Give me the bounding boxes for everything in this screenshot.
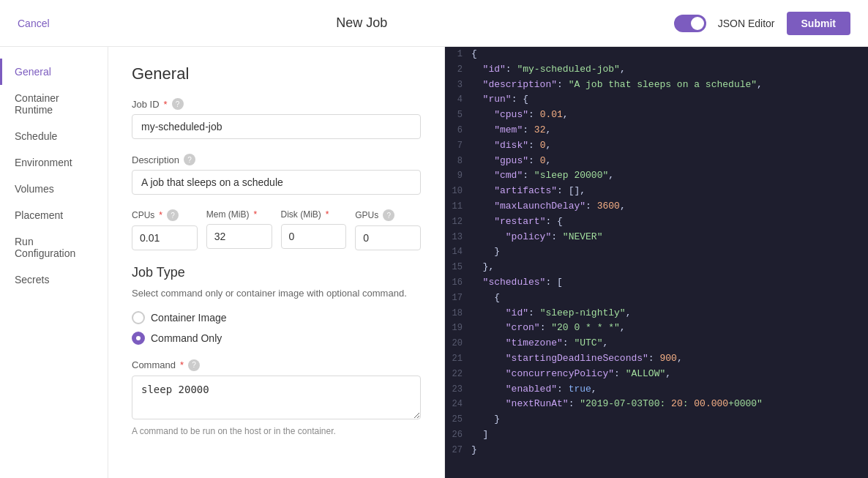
cancel-button[interactable]: Cancel xyxy=(18,18,50,29)
job-id-label: Job ID * ? xyxy=(132,98,421,110)
json-line: 19 "cron": "20 0 * * *", xyxy=(445,321,868,336)
cpus-input[interactable] xyxy=(132,225,198,250)
disk-input[interactable] xyxy=(281,224,347,249)
json-line: 3 "description": "A job that sleeps on a… xyxy=(445,78,868,93)
json-line: 18 "id": "sleep-nightly", xyxy=(445,306,868,321)
json-line: 27} xyxy=(445,443,868,458)
mem-input[interactable] xyxy=(206,224,272,249)
description-label: Description ? xyxy=(132,154,421,165)
json-line: 11 "maxLaunchDelay": 3600, xyxy=(445,199,868,214)
json-line: 22 "concurrencyPolicy": "ALLOW", xyxy=(445,367,868,382)
resources-row: CPUs * ? Mem (MiB) * Disk (MiB) * xyxy=(132,209,421,250)
cpus-help-icon[interactable]: ? xyxy=(167,209,179,221)
disk-field: Disk (MiB) * xyxy=(281,209,347,250)
radio-circle-container xyxy=(132,311,145,324)
section-title: General xyxy=(132,64,421,83)
mem-label: Mem (MiB) * xyxy=(206,209,272,220)
cpus-field: CPUs * ? xyxy=(132,209,198,250)
json-line: 7 "disk": 0, xyxy=(445,138,868,154)
json-line: 25 } xyxy=(445,412,868,427)
command-label: Command * ? xyxy=(132,359,421,371)
json-line: 6 "mem": 32, xyxy=(445,123,868,138)
command-group: Command * ? sleep 20000 A command to be … xyxy=(132,359,421,436)
sidebar-item-placement[interactable]: Placement xyxy=(0,202,108,228)
json-line: 21 "startingDeadlineSeconds": 900, xyxy=(445,351,868,367)
radio-circle-command xyxy=(132,332,145,345)
sidebar-item-secrets[interactable]: Secrets xyxy=(0,266,108,293)
description-group: Description ? xyxy=(132,154,421,195)
sidebar-item-volumes[interactable]: Volumes xyxy=(0,176,108,202)
json-line: 26 ] xyxy=(445,427,868,443)
radio-container-image[interactable]: Container Image xyxy=(132,311,421,324)
gpus-input[interactable] xyxy=(355,225,421,250)
submit-button[interactable]: Submit xyxy=(787,12,850,35)
description-input[interactable] xyxy=(132,170,421,195)
required-star: * xyxy=(164,99,168,110)
json-line: 20 "timezone": "UTC", xyxy=(445,336,868,351)
json-line: 2 "id": "my-scheduled-job", xyxy=(445,62,868,78)
sidebar-item-run-configuration[interactable]: Run Configuration xyxy=(0,228,108,266)
json-line: 15 }, xyxy=(445,260,868,275)
json-line: 17 { xyxy=(445,291,868,306)
command-hint: A command to be run on the host or in th… xyxy=(132,426,421,436)
json-line: 8 "gpus": 0, xyxy=(445,154,868,169)
main-layout: General Container Runtime Schedule Envir… xyxy=(0,47,868,478)
radio-command-only[interactable]: Command Only xyxy=(132,332,421,345)
json-line: 9 "cmd": "sleep 20000", xyxy=(445,168,868,184)
job-id-input[interactable] xyxy=(132,114,421,139)
json-line: 13 "policy": "NEVER" xyxy=(445,230,868,245)
page-title: New Job xyxy=(336,15,387,31)
json-editor-panel: 1{2 "id": "my-scheduled-job",3 "descript… xyxy=(445,47,868,478)
gpus-label: GPUs ? xyxy=(355,209,421,221)
job-type-title: Job Type xyxy=(132,265,421,280)
cpus-label: CPUs * ? xyxy=(132,209,198,221)
form-area: General Job ID * ? Description ? CPUs * xyxy=(108,47,445,478)
json-line: 1{ xyxy=(445,47,868,62)
job-id-group: Job ID * ? xyxy=(132,98,421,139)
job-type-desc: Select command only or container image w… xyxy=(132,286,421,301)
header: Cancel New Job JSON Editor Submit xyxy=(0,0,868,47)
gpus-help-icon[interactable]: ? xyxy=(383,209,394,221)
radio-group: Container Image Command Only xyxy=(132,311,421,345)
json-line: 5 "cpus": 0.01, xyxy=(445,108,868,123)
sidebar: General Container Runtime Schedule Envir… xyxy=(0,47,108,478)
json-line: 12 "restart": { xyxy=(445,214,868,230)
sidebar-item-environment[interactable]: Environment xyxy=(0,149,108,176)
sidebar-item-schedule[interactable]: Schedule xyxy=(0,123,108,149)
json-line: 23 "enabled": true, xyxy=(445,382,868,397)
json-line: 14 } xyxy=(445,244,868,260)
mem-field: Mem (MiB) * xyxy=(206,209,272,250)
job-id-help-icon[interactable]: ? xyxy=(172,98,184,110)
sidebar-item-general[interactable]: General xyxy=(0,59,108,85)
json-line: 10 "artifacts": [], xyxy=(445,184,868,199)
job-type-section: Job Type Select command only or containe… xyxy=(132,265,421,345)
json-line: 4 "run": { xyxy=(445,92,868,108)
json-line: 16 "schedules": [ xyxy=(445,275,868,291)
disk-label: Disk (MiB) * xyxy=(281,209,347,220)
command-help-icon[interactable]: ? xyxy=(188,359,200,371)
json-editor-label: JSON Editor xyxy=(718,18,775,29)
header-right: JSON Editor Submit xyxy=(674,12,850,35)
sidebar-item-container-runtime[interactable]: Container Runtime xyxy=(0,85,108,123)
description-help-icon[interactable]: ? xyxy=(184,154,195,165)
gpus-field: GPUs ? xyxy=(355,209,421,250)
json-editor-toggle[interactable] xyxy=(674,15,706,32)
json-line: 24 "nextRunAt": "2019-07-03T00: 20: 00.0… xyxy=(445,397,868,412)
command-input[interactable]: sleep 20000 xyxy=(132,376,421,419)
